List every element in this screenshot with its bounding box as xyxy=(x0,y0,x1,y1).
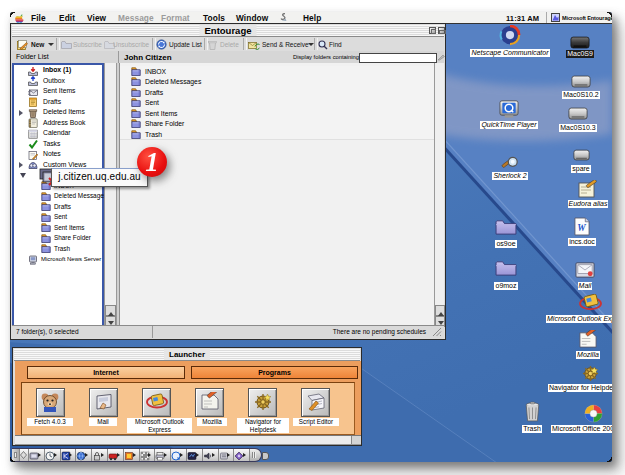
svg-text:W: W xyxy=(577,223,586,233)
